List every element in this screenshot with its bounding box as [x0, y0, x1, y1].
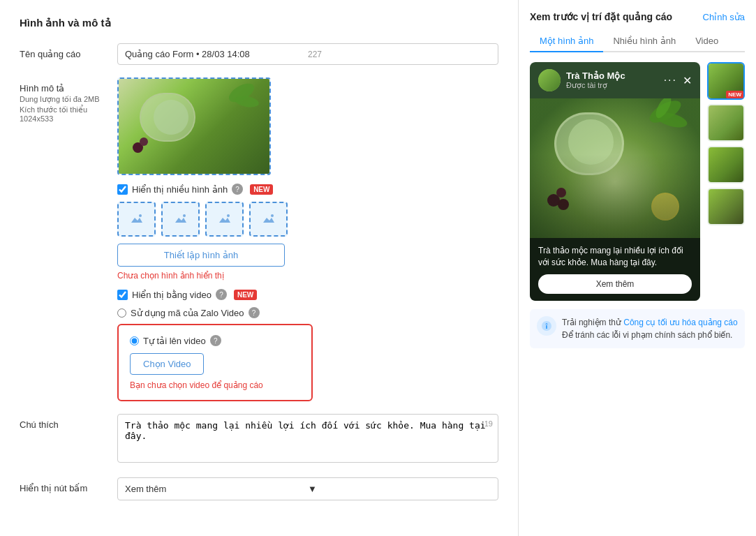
thumb-row: [117, 202, 498, 237]
ad-name-value: Quảng cáo Form • 28/03 14:08: [125, 49, 308, 59]
show-multi-checkbox[interactable]: [117, 184, 128, 195]
caption-textarea[interactable]: Trà thảo mộc mang lại nhiều lợi ích đối …: [117, 414, 498, 463]
tab-video[interactable]: Video: [685, 31, 728, 52]
caption-label: Chú thích: [20, 414, 117, 430]
image-label-wrap: Hình mô tả Dung lượng tối đa 2MB Kích th…: [20, 77, 117, 123]
caption-row: Chú thích Trà thảo mộc mang lại nhiều lợ…: [20, 414, 498, 465]
show-multi-new-badge: NEW: [250, 184, 273, 195]
edit-link[interactable]: Chỉnh sửa: [703, 12, 745, 22]
preview-image: [530, 98, 700, 238]
show-video-help-icon[interactable]: ?: [216, 289, 227, 300]
show-button-label: Hiển thị nút bấm: [20, 477, 117, 493]
left-panel: Hình ảnh và mô tả Tên quảng cáo Quảng cá…: [0, 0, 519, 536]
preview-main: Trà Thảo Mộc Được tài trợ ··· ✕: [530, 62, 700, 301]
zalo-code-radio[interactable]: [117, 308, 126, 318]
ad-name-content: Quảng cáo Form • 28/03 14:08 227: [117, 43, 498, 65]
preview-brand-name: Trà Thảo Mộc: [566, 70, 658, 81]
no-image-warning: Chưa chọn hình ảnh hiển thị: [117, 271, 498, 281]
caption-textarea-wrap: Trà thảo mộc mang lại nhiều lợi ích đối …: [117, 414, 498, 465]
self-upload-help-icon[interactable]: ?: [210, 335, 221, 346]
tip-sub: Để tránh các lỗi vi phạm chính sách phổ …: [562, 330, 732, 340]
show-button-select[interactable]: Xem thêm ▼: [117, 477, 498, 500]
ad-name-row: Tên quảng cáo Quảng cáo Form • 28/03 14:…: [20, 43, 498, 65]
caption-char-count: 19: [484, 419, 493, 428]
thumb-3[interactable]: [205, 202, 244, 237]
show-button-value: Xem thêm: [125, 484, 308, 494]
video-upload-box: Tự tải lên video ? Chọn Video Bạn chưa c…: [117, 324, 313, 401]
section-title: Hình ảnh và mô tả: [20, 17, 498, 29]
tab-multi-image[interactable]: Nhiều hình ảnh: [603, 31, 685, 52]
show-button-row: Hiển thị nút bấm Xem thêm ▼: [20, 477, 498, 500]
self-upload-row: Tự tải lên video ?: [130, 335, 300, 346]
show-multi-label: Hiển thị nhiều hình ảnh: [132, 184, 228, 195]
thumb-col-1-wrap: NEW: [707, 62, 745, 100]
image-row: Hình mô tả Dung lượng tối đa 2MB Kích th…: [20, 77, 498, 401]
zalo-code-help-icon[interactable]: ?: [249, 307, 260, 318]
svg-marker-7: [219, 218, 230, 223]
show-button-content: Xem thêm ▼: [117, 477, 498, 500]
tip-intro: Trải nghiệm thử: [562, 318, 621, 327]
image-sub2: Kích thước tối thiểu 1024x533: [20, 105, 117, 123]
image-preview[interactable]: [117, 77, 271, 175]
svg-point-2: [139, 214, 142, 217]
ad-name-label: Tên quảng cáo: [20, 43, 117, 59]
svg-rect-0: [130, 213, 144, 225]
zalo-code-label: Sử dụng mã của Zalo Video: [131, 308, 244, 318]
setup-images-button[interactable]: Thiết lập hình ảnh: [117, 244, 285, 267]
thumb-col-item-3[interactable]: [707, 146, 745, 184]
preview-bottom: Trà thảo mộc mang lại nhiều lợi ích đối …: [530, 238, 700, 301]
thumb-1[interactable]: [117, 202, 156, 237]
show-video-new-badge: NEW: [234, 290, 257, 300]
thumb-col-item-4[interactable]: [707, 188, 745, 225]
svg-rect-9: [262, 213, 276, 225]
choose-video-button[interactable]: Chọn Video: [130, 353, 204, 375]
image-content: Hiển thị nhiều hình ảnh ? NEW: [117, 77, 498, 401]
svg-marker-10: [263, 218, 274, 223]
svg-rect-6: [218, 213, 232, 225]
preview-brand: Trà Thảo Mộc Được tài trợ: [566, 70, 658, 90]
preview-card-header: Trà Thảo Mộc Được tài trợ ··· ✕: [530, 62, 700, 98]
ad-name-char-count: 227: [308, 50, 491, 59]
tab-single-image[interactable]: Một hình ảnh: [530, 31, 603, 52]
thumb-4[interactable]: [249, 202, 288, 237]
preview-area: Trà Thảo Mộc Được tài trợ ··· ✕: [530, 62, 745, 301]
preview-ad-text: Trà thảo mộc mang lại nhiều lợi ích đối …: [538, 245, 692, 269]
ad-name-field[interactable]: Quảng cáo Form • 28/03 14:08 227: [117, 43, 498, 65]
tip-row: Trải nghiệm thử Công cụ tối ưu hóa quảng…: [530, 309, 745, 348]
thumb-2[interactable]: [161, 202, 200, 237]
right-panel: Xem trước vị trí đặt quảng cáo Chỉnh sửa…: [519, 0, 756, 536]
preview-sponsored: Được tài trợ: [566, 81, 658, 90]
self-upload-label: Tự tải lên video: [143, 336, 206, 346]
image-sub1: Dung lượng tối đa 2MB: [20, 95, 117, 104]
image-label: Hình mô tả: [20, 83, 117, 94]
show-multi-help-icon[interactable]: ?: [232, 184, 243, 195]
preview-actions: ··· ✕: [664, 74, 692, 87]
more-options-icon[interactable]: ···: [664, 74, 677, 87]
thumb-col-item-2[interactable]: [707, 104, 745, 142]
svg-point-8: [227, 214, 230, 217]
preview-tabs: Một hình ảnh Nhiều hình ảnh Video: [530, 31, 745, 52]
show-video-row: Hiển thị bằng video ? NEW: [117, 289, 498, 300]
chevron-down-icon: ▼: [308, 484, 491, 494]
preview-cta-button[interactable]: Xem thêm: [538, 274, 692, 294]
preview-card: Trà Thảo Mộc Được tài trợ ··· ✕: [530, 62, 700, 301]
tip-link[interactable]: Công cụ tối ưu hóa quảng cáo: [623, 318, 737, 327]
close-icon[interactable]: ✕: [683, 74, 692, 87]
brand-avatar: [538, 69, 561, 91]
svg-marker-4: [175, 218, 186, 223]
thumbnail-column: NEW: [707, 62, 745, 301]
no-video-warning: Bạn chưa chọn video để quảng cáo: [130, 380, 300, 390]
svg-point-11: [271, 214, 274, 217]
new-badge-thumb-1: NEW: [726, 91, 743, 98]
svg-marker-1: [131, 218, 142, 223]
tip-icon: [537, 316, 556, 336]
right-title: Xem trước vị trí đặt quảng cáo: [530, 11, 672, 22]
show-video-checkbox[interactable]: [117, 290, 128, 300]
show-multi-row: Hiển thị nhiều hình ảnh ? NEW: [117, 184, 498, 195]
show-video-label: Hiển thị bằng video: [132, 290, 212, 300]
caption-content: Trà thảo mộc mang lại nhiều lợi ích đối …: [117, 414, 498, 465]
svg-point-5: [183, 214, 186, 217]
svg-rect-3: [174, 213, 188, 225]
self-upload-radio[interactable]: [130, 336, 139, 345]
zalo-code-row: Sử dụng mã của Zalo Video ?: [117, 307, 498, 318]
